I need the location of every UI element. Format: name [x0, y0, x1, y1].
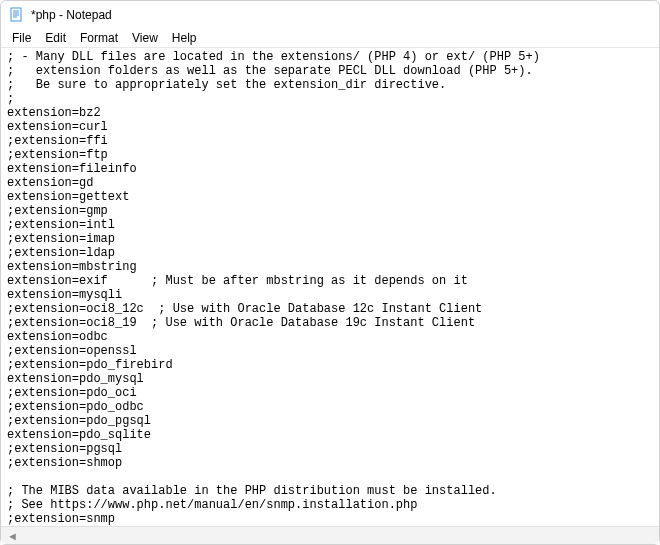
menu-help[interactable]: Help: [165, 30, 204, 46]
titlebar[interactable]: *php - Notepad: [1, 1, 659, 29]
text-editor[interactable]: ; - Many DLL files are located in the ex…: [1, 48, 659, 526]
notepad-window: *php - Notepad File Edit Format View Hel…: [0, 0, 660, 545]
editor-area: ; - Many DLL files are located in the ex…: [1, 48, 659, 544]
window-title: *php - Notepad: [31, 8, 112, 22]
menu-file[interactable]: File: [5, 30, 38, 46]
notepad-icon: [9, 7, 25, 23]
menu-format[interactable]: Format: [73, 30, 125, 46]
statusbar: ◄: [1, 526, 659, 544]
menubar: File Edit Format View Help: [1, 29, 659, 48]
left-arrow-icon: ◄: [7, 530, 18, 542]
menu-edit[interactable]: Edit: [38, 30, 73, 46]
menu-view[interactable]: View: [125, 30, 165, 46]
